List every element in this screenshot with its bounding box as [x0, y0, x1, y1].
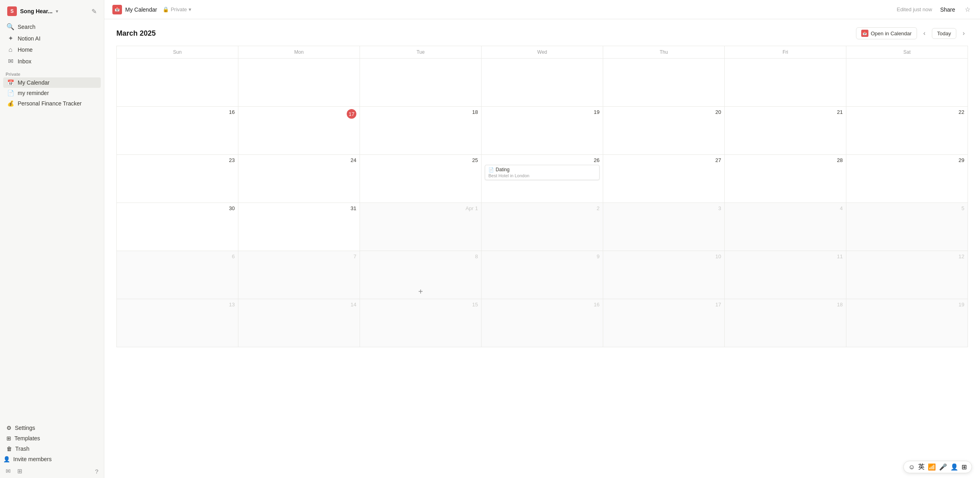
day-cell[interactable]: 25 — [360, 155, 482, 203]
my-calendar-label: My Calendar — [18, 79, 49, 86]
day-cell[interactable] — [238, 59, 360, 107]
sidebar-item-my-calendar[interactable]: 📅 My Calendar — [3, 77, 101, 88]
event-subtitle: Best Hotel in London — [488, 173, 596, 178]
day-cell[interactable]: 9 — [482, 251, 603, 299]
page-privacy-selector[interactable]: 🔒 Private ▾ — [160, 6, 193, 13]
day-cell[interactable]: Apr 1 — [360, 203, 482, 251]
sidebar-item-templates[interactable]: ⊞ Templates — [3, 433, 101, 444]
day-cell[interactable] — [360, 59, 482, 107]
favorite-button[interactable]: ☆ — [963, 4, 972, 15]
edited-status: Edited just now — [897, 6, 932, 12]
open-in-calendar-button[interactable]: 📅 Open in Calendar — [856, 27, 917, 39]
day-cell[interactable]: 5 — [846, 203, 968, 251]
day-cell[interactable]: 18 — [360, 107, 482, 155]
tray-wifi-icon[interactable]: 📶 — [928, 463, 936, 471]
tray-mic-icon[interactable]: 🎤 — [939, 463, 947, 471]
event-title: 📄 Dating — [488, 167, 596, 172]
day-cell[interactable]: 13 — [117, 299, 238, 347]
day-cell[interactable]: 17 — [603, 299, 725, 347]
templates-icon: ⊞ — [6, 435, 11, 442]
day-cell[interactable] — [117, 59, 238, 107]
calendar-prev-button[interactable]: ‹ — [920, 28, 929, 38]
calendar-today-button[interactable]: Today — [932, 28, 956, 39]
sidebar-item-trash[interactable]: 🗑 Trash — [3, 444, 101, 454]
day-cell[interactable]: 30 — [117, 203, 238, 251]
calendar-header: March 2025 📅 Open in Calendar ‹ Today › — [116, 27, 968, 39]
day-cell[interactable]: 29 — [846, 155, 968, 203]
day-cell[interactable]: 31 — [238, 203, 360, 251]
header-right: Edited just now Share ☆ — [897, 4, 972, 15]
day-number: 18 — [728, 302, 843, 308]
day-cell[interactable]: 6 — [117, 251, 238, 299]
day-cell[interactable]: 16 — [482, 299, 603, 347]
tray-emoji-icon[interactable]: ☺ — [909, 464, 915, 471]
day-cell[interactable]: 23 — [117, 155, 238, 203]
day-cell[interactable]: 4 — [725, 203, 846, 251]
system-tray: ☺ 英 📶 🎤 👤 ⊞ — [903, 461, 972, 473]
workspace-selector[interactable]: S Song Hear... ▾ — [5, 5, 61, 18]
sidebar-item-search[interactable]: 🔍 Search — [3, 21, 101, 32]
day-number: 6 — [120, 253, 235, 259]
day-number: 14 — [242, 302, 356, 308]
day-cell[interactable]: 2 — [482, 203, 603, 251]
workspace-chevron-icon: ▾ — [56, 9, 58, 14]
settings-icon: ⚙ — [6, 425, 12, 431]
main-content: 📅 My Calendar 🔒 Private ▾ Edited just no… — [104, 0, 980, 478]
sidebar-item-settings[interactable]: ⚙ Settings — [3, 423, 101, 433]
tray-language-icon[interactable]: 英 — [918, 463, 925, 471]
day-cell[interactable]: 17 — [238, 107, 360, 155]
add-event-button[interactable]: + — [418, 287, 423, 296]
day-cell[interactable] — [482, 59, 603, 107]
share-button[interactable]: Share — [936, 5, 959, 14]
day-header-wed: Wed — [482, 46, 603, 59]
sidebar-item-search-label: Search — [18, 24, 35, 30]
calendar-next-button[interactable]: › — [960, 28, 968, 38]
sidebar-item-notion-ai[interactable]: ✦ Notion AI — [3, 32, 101, 44]
day-number: 11 — [728, 253, 843, 259]
day-cell[interactable]: 20 — [603, 107, 725, 155]
mail-action-button[interactable]: ✉ — [3, 466, 13, 476]
day-number: 23 — [120, 157, 235, 163]
day-cell[interactable]: 24 — [238, 155, 360, 203]
new-page-button[interactable]: ✎ — [89, 6, 99, 17]
day-number: 30 — [120, 205, 235, 211]
day-cell[interactable]: 27 — [603, 155, 725, 203]
tray-grid-icon[interactable]: ⊞ — [962, 463, 967, 471]
sidebar-item-my-reminder[interactable]: 📄 my reminder — [3, 88, 101, 98]
day-cell[interactable]: 26📄 DatingBest Hotel in London — [482, 155, 603, 203]
day-cell[interactable]: 28 — [725, 155, 846, 203]
tray-user-icon[interactable]: 👤 — [950, 463, 958, 471]
sidebar-item-home[interactable]: ⌂ Home — [3, 44, 101, 55]
my-reminder-icon: 📄 — [6, 90, 14, 96]
day-cell[interactable]: 16 — [117, 107, 238, 155]
day-number: 21 — [728, 109, 843, 115]
day-cell[interactable]: 8+ — [360, 251, 482, 299]
day-cell[interactable]: 18 — [725, 299, 846, 347]
sidebar-item-inbox[interactable]: ✉ Inbox — [3, 55, 101, 67]
day-cell[interactable]: 10 — [603, 251, 725, 299]
day-cell[interactable]: 7 — [238, 251, 360, 299]
day-cell[interactable] — [603, 59, 725, 107]
day-cell[interactable]: 11 — [725, 251, 846, 299]
day-cell[interactable]: 15 — [360, 299, 482, 347]
day-cell[interactable] — [846, 59, 968, 107]
day-cell[interactable]: 21 — [725, 107, 846, 155]
day-cell[interactable] — [725, 59, 846, 107]
day-cell[interactable]: 22 — [846, 107, 968, 155]
calendar-action-button[interactable]: ⊞ — [15, 466, 25, 476]
search-icon: 🔍 — [6, 23, 14, 30]
sidebar-item-personal-finance[interactable]: 💰 Personal Finance Tracker — [3, 98, 101, 109]
trash-label: Trash — [15, 446, 29, 452]
day-cell[interactable]: 3 — [603, 203, 725, 251]
invite-members-item[interactable]: 👤 Invite members — [0, 454, 104, 464]
day-header-tue: Tue — [360, 46, 482, 59]
day-cell[interactable]: 14 — [238, 299, 360, 347]
day-cell[interactable]: 19 — [482, 107, 603, 155]
day-cell[interactable]: 12 — [846, 251, 968, 299]
event-card[interactable]: 📄 DatingBest Hotel in London — [485, 165, 600, 180]
my-reminder-label: my reminder — [18, 90, 49, 96]
day-cell[interactable]: 19 — [846, 299, 968, 347]
help-button[interactable]: ? — [93, 466, 101, 476]
day-number: 18 — [363, 109, 478, 115]
calendar-red-icon: 📅 — [861, 30, 868, 37]
